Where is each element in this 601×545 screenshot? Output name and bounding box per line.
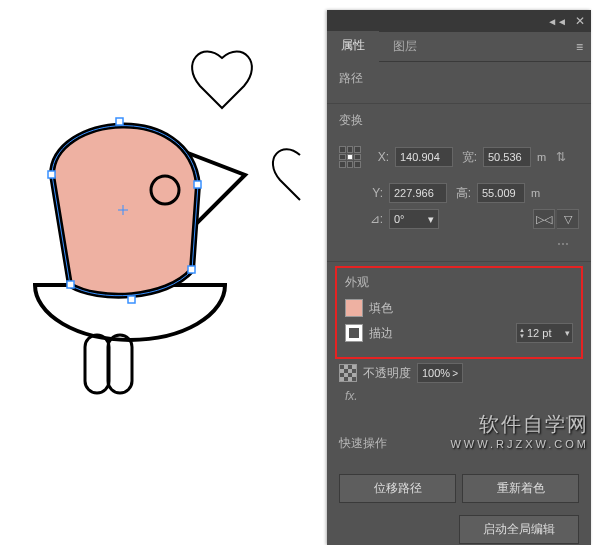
angle-value: 0°	[394, 213, 405, 225]
heart-shape-1	[192, 52, 252, 108]
transform-title: 变换	[339, 112, 579, 129]
fx-label[interactable]: fx.	[345, 389, 358, 403]
close-icon[interactable]: ✕	[575, 14, 585, 28]
section-quick: 快速操作	[327, 427, 591, 468]
bird-leg-1	[85, 335, 109, 393]
opacity-swatch[interactable]	[339, 364, 357, 382]
h-unit: m	[531, 187, 540, 199]
angle-label: ⊿:	[365, 212, 383, 226]
svg-rect-0	[67, 281, 74, 288]
svg-rect-5	[128, 296, 135, 303]
tab-layers[interactable]: 图层	[379, 32, 431, 61]
section-transform: 变换 X: 宽: m ⇅ Y: 高: m ⊿: 0° ▾	[327, 104, 591, 262]
quick-buttons-row2: 启动全局编辑	[327, 509, 591, 545]
offset-path-button[interactable]: 位移路径	[339, 474, 456, 503]
angle-select[interactable]: 0° ▾	[389, 209, 439, 229]
panel-menu-icon[interactable]: ≡	[576, 40, 591, 54]
stroke-swatch[interactable]	[345, 324, 363, 342]
section-path: 路径	[327, 62, 591, 104]
heart-shape-2	[273, 149, 300, 200]
transform-more-icon[interactable]: ⋯	[339, 235, 579, 253]
svg-rect-1	[48, 171, 55, 178]
bird-head-selected[interactable]	[52, 126, 198, 296]
flip-vertical-button[interactable]: ▽	[557, 209, 579, 229]
y-input[interactable]	[389, 183, 447, 203]
tab-properties[interactable]: 属性	[327, 31, 379, 62]
flip-horizontal-button[interactable]: ▷◁	[533, 209, 555, 229]
x-input[interactable]	[395, 147, 453, 167]
chevron-down-icon: ▾	[428, 213, 434, 226]
panel-tabs: 属性 图层 ≡	[327, 32, 591, 62]
global-edit-button[interactable]: 启动全局编辑	[459, 515, 579, 544]
canvas-area[interactable]	[0, 0, 327, 545]
chevron-down-icon[interactable]: ▾	[563, 328, 570, 338]
w-unit: m	[537, 151, 546, 163]
bird-leg-2	[108, 335, 132, 393]
stroke-weight-value: 12 pt	[527, 327, 563, 339]
h-label: 高:	[453, 185, 471, 202]
appearance-title: 外观	[345, 274, 573, 291]
fill-label: 填色	[369, 300, 393, 317]
path-label: 路径	[339, 70, 579, 87]
svg-rect-3	[194, 181, 201, 188]
svg-rect-2	[116, 118, 123, 125]
stroke-weight-stepper[interactable]: ▲▼ 12 pt ▾	[516, 323, 573, 343]
height-input[interactable]	[477, 183, 525, 203]
properties-panel: ◄◄ ✕ 属性 图层 ≡ 路径 变换 X: 宽: m ⇅ Y: 高:	[327, 10, 591, 545]
appearance-highlight: 外观 填色 描边 ▲▼ 12 pt ▾	[335, 266, 583, 359]
svg-rect-4	[188, 266, 195, 273]
fill-swatch[interactable]	[345, 299, 363, 317]
quick-title: 快速操作	[339, 435, 579, 452]
x-label: X:	[371, 150, 389, 164]
width-input[interactable]	[483, 147, 531, 167]
opacity-input[interactable]: 100% >	[417, 363, 463, 383]
link-wh-icon[interactable]: ⇅	[552, 137, 570, 177]
collapse-icon[interactable]: ◄◄	[547, 16, 567, 27]
reference-point-grid[interactable]	[339, 146, 361, 168]
panel-topbar: ◄◄ ✕	[327, 10, 591, 32]
quick-buttons-row1: 位移路径 重新着色	[327, 468, 591, 509]
stroke-label: 描边	[369, 325, 393, 342]
opacity-label: 不透明度	[363, 365, 411, 382]
y-label: Y:	[365, 186, 383, 200]
appearance-more-icon[interactable]: ⋯	[339, 409, 579, 427]
w-label: 宽:	[459, 149, 477, 166]
recolor-button[interactable]: 重新着色	[462, 474, 579, 503]
